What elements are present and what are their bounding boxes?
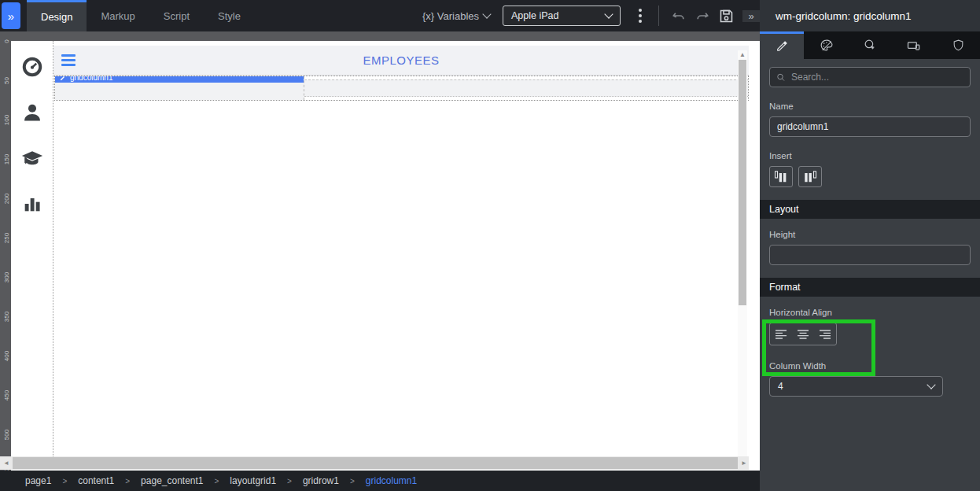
ruler-label: 200 — [3, 194, 10, 205]
align-left-icon — [776, 330, 787, 339]
breadcrumb-separator: > — [62, 477, 67, 485]
breadcrumb-separator: > — [287, 477, 292, 485]
undo-button[interactable] — [667, 4, 691, 28]
column-width-value: 4 — [778, 381, 783, 392]
height-label: Height — [769, 230, 971, 239]
name-label: Name — [769, 102, 971, 111]
insert-column-left-button[interactable] — [769, 166, 793, 187]
redo-button[interactable] — [691, 4, 714, 28]
nav-item-reports[interactable] — [20, 192, 44, 216]
tab-devices[interactable] — [892, 31, 936, 59]
redo-icon — [694, 8, 710, 24]
device-select[interactable]: Apple iPad — [503, 6, 621, 26]
save-icon — [718, 8, 735, 24]
selection-tag-label: gridcolumn1 — [70, 76, 112, 82]
dashboard-gauge-icon — [20, 55, 44, 79]
save-button[interactable] — [714, 4, 738, 28]
column-width-select[interactable]: 4 — [769, 376, 943, 397]
nav-item-education[interactable] — [20, 146, 44, 170]
format-section-header: Format — [760, 278, 980, 297]
panel-body: Name Insert Layout Height Form — [760, 59, 980, 404]
breadcrumb: page1>content1>page_content1>layoutgrid1… — [0, 471, 760, 491]
sidebar-expand-button[interactable]: » — [2, 2, 20, 29]
tab-design[interactable]: Design — [27, 0, 87, 31]
breadcrumb-separator: > — [215, 477, 219, 485]
nav-item-users[interactable] — [20, 101, 44, 124]
chevron-down-icon — [604, 9, 613, 18]
variables-label: {x} Variables — [422, 10, 479, 22]
insert-column-left-icon — [774, 170, 788, 183]
device-select-value: Apple iPad — [511, 10, 558, 21]
more-options-button[interactable] — [633, 9, 647, 23]
breadcrumb-item-gridcolumn1[interactable]: gridcolumn1 — [366, 475, 417, 486]
scroll-left-arrow[interactable]: ◄ — [2, 460, 11, 467]
breadcrumb-separator: > — [125, 477, 130, 485]
tab-script[interactable]: Script — [149, 0, 204, 31]
design-canvas: 050100150200250300350400450500550 — [0, 31, 760, 471]
properties-panel: wm-gridcolumn: gridcolumn1 — [760, 0, 980, 491]
column-width-label: Column Width — [769, 361, 971, 371]
left-nav-widget — [11, 41, 53, 456]
ruler-label: 300 — [3, 272, 10, 283]
inspect-cursor-icon — [863, 38, 878, 53]
person-icon — [21, 102, 43, 124]
breadcrumb-item-page_content1[interactable]: page_content1 — [141, 475, 203, 486]
variables-dropdown[interactable]: {x} Variables — [422, 10, 490, 22]
selected-grid-column[interactable]: gridcolumn1 — [55, 76, 304, 100]
bar-chart-icon — [21, 193, 43, 215]
app-header-widget: EMPLOYEES — [53, 46, 749, 76]
search-input[interactable] — [791, 72, 963, 83]
grid-row-widget[interactable]: gridcolumn1 — [54, 76, 749, 101]
page-title: EMPLOYEES — [53, 54, 749, 67]
horizontal-scrollbar[interactable]: ◄ ► — [0, 456, 749, 470]
name-input[interactable] — [769, 116, 971, 137]
nav-item-dashboard[interactable] — [20, 55, 44, 79]
shield-icon — [952, 39, 965, 52]
property-search[interactable] — [769, 67, 971, 87]
breadcrumb-item-gridrow1[interactable]: gridrow1 — [303, 475, 339, 486]
scroll-up-arrow[interactable]: ▲ — [738, 51, 747, 58]
mode-tabs: DesignMarkupScriptStyle — [27, 0, 255, 31]
tab-style[interactable]: Style — [204, 0, 255, 31]
tab-properties[interactable] — [760, 31, 804, 59]
align-left-button[interactable] — [770, 323, 792, 345]
devices-icon — [906, 38, 922, 54]
breadcrumb-item-layoutgrid1[interactable]: layoutgrid1 — [230, 475, 276, 486]
toolbar-divider — [658, 6, 659, 26]
scroll-right-arrow[interactable]: ► — [739, 460, 749, 467]
layout-section-header: Layout — [760, 200, 980, 219]
insert-column-right-button[interactable] — [798, 166, 822, 187]
horizontal-scroll-thumb[interactable] — [13, 457, 738, 469]
tab-markup[interactable]: Markup — [87, 0, 149, 31]
grid-column-sibling[interactable] — [304, 79, 748, 97]
breadcrumb-item-page1[interactable]: page1 — [25, 475, 51, 486]
selection-header-bar[interactable]: gridcolumn1 — [55, 76, 304, 83]
chevron-down-icon — [482, 9, 491, 18]
height-input[interactable] — [769, 245, 971, 265]
vertical-ruler: 050100150200250300350400450500550 — [0, 41, 11, 471]
align-right-icon — [820, 330, 831, 339]
ruler-label: 150 — [3, 154, 10, 165]
panel-collapse-button[interactable]: » — [742, 10, 760, 22]
insert-column-right-icon — [803, 170, 817, 183]
align-center-icon — [798, 330, 809, 339]
top-toolbar: » DesignMarkupScriptStyle {x} Variables … — [0, 0, 760, 31]
ruler-label: 350 — [3, 312, 10, 323]
tab-styles[interactable] — [804, 31, 848, 59]
palette-icon — [819, 38, 834, 53]
ruler-label: 0 — [3, 36, 10, 47]
ruler-label: 50 — [3, 76, 10, 87]
ruler-label: 400 — [3, 351, 10, 362]
horizontal-align-group — [769, 323, 837, 345]
vertical-scrollbar[interactable]: ▲ ▼ — [738, 50, 747, 464]
align-right-button[interactable] — [814, 323, 836, 345]
ruler-label: 250 — [3, 233, 10, 244]
pencil-icon — [775, 39, 789, 54]
breadcrumb-item-content1[interactable]: content1 — [78, 475, 114, 486]
horizontal-ruler — [0, 31, 760, 41]
insert-label: Insert — [769, 151, 971, 161]
tab-security[interactable] — [936, 31, 980, 59]
tab-events[interactable] — [848, 31, 892, 59]
align-center-button[interactable] — [792, 323, 814, 345]
vertical-scroll-thumb[interactable] — [739, 60, 746, 305]
